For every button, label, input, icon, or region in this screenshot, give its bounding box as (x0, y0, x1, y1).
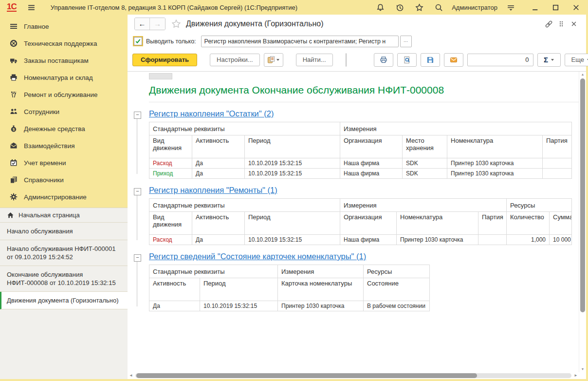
sidebar-item-flags[interactable]: Ремонт и обслуживание (0, 86, 128, 103)
sidebar-item-gear[interactable]: Администрирование (0, 189, 128, 206)
current-user[interactable]: Администратор (452, 4, 497, 11)
people-icon (10, 108, 18, 116)
favorites-star-icon[interactable] (413, 2, 425, 13)
print-button[interactable] (374, 53, 393, 67)
forward-button[interactable]: → (150, 18, 165, 30)
filter-label: Выводить только: (146, 38, 196, 45)
window-nav-row: ← → Движения документа (Горизонтально) (128, 15, 586, 33)
envelope-icon (10, 142, 18, 150)
calendar-icon (10, 159, 18, 167)
table-row: РасходДа10.10.2019 15:32:15Наша фирмаПри… (149, 235, 572, 245)
more-menu-icon[interactable] (555, 18, 568, 30)
column-header-cell: Активность (192, 212, 245, 235)
more-actions-button[interactable]: Еще (565, 54, 588, 66)
table-cell: 10.10.2019 15:32:15 (245, 158, 340, 169)
register-link[interactable]: Регистр накопления "Ремонты" (1) (149, 184, 571, 198)
send-email-button[interactable] (444, 53, 463, 67)
column-header-cell: Период (245, 212, 340, 235)
close-button[interactable] (570, 2, 582, 13)
sidebar-item-money-bag[interactable]: $Денежные средства (0, 120, 128, 137)
table-cell: 10.10.2019 15:32:15 (245, 169, 340, 179)
minimize-button[interactable] (529, 2, 541, 13)
sidebar-item-people[interactable]: Сотрудники (0, 103, 128, 120)
collapse-section-button[interactable]: − (134, 112, 141, 119)
1c-logo: 1С (7, 3, 17, 12)
money-bag-icon: $ (10, 125, 18, 133)
close-window-icon[interactable] (568, 18, 580, 30)
register-link[interactable]: Регистр сведений "Состояние карточек ном… (149, 250, 429, 265)
sidebar-item-truck[interactable]: Заказы поставщикам (0, 52, 128, 69)
window-title: Управление IT-отделом 8, редакция 3.1 КО… (51, 4, 297, 11)
autosum-button[interactable]: Σ (537, 53, 561, 67)
email-icon (450, 56, 458, 64)
column-header-cell: Партия (478, 212, 507, 235)
preview-button[interactable] (397, 53, 417, 67)
report-title-block: Движения документа Окончание обслуживани… (131, 80, 579, 102)
save-button[interactable] (421, 53, 440, 67)
scroll-down-arrow[interactable]: ▼ (579, 366, 586, 372)
menu-lines-icon (10, 22, 18, 31)
filter-checkbox[interactable] (134, 37, 142, 45)
sidebar: ГлавноеТехническая поддержкаЗаказы поста… (0, 15, 128, 379)
table-cell: Да (192, 235, 245, 245)
sidebar-item-menu-lines[interactable]: Главное (0, 18, 128, 35)
filter-choose-button[interactable]: ... (400, 36, 412, 47)
main-menu-icon[interactable] (25, 2, 38, 13)
notifications-bell-icon[interactable] (374, 2, 386, 13)
open-window-item-active[interactable]: Движения документа (Горизонтально) (0, 292, 128, 309)
favorite-star-icon[interactable] (171, 19, 181, 29)
horizontal-scrollbar[interactable]: ◄ ► (128, 372, 579, 379)
preview-icon (403, 56, 411, 64)
scroll-left-arrow[interactable]: ◄ (128, 372, 134, 379)
open-window-item[interactable]: Начало обслуживания НФИТ-000001 от 09.10… (0, 240, 128, 266)
app-window: 1С Управление IT-отделом 8, редакция 3.1… (0, 0, 588, 381)
filter-registers-input[interactable] (201, 36, 399, 47)
open-window-item[interactable]: Окончание обслуживания НФИТ-000008 от 10… (0, 266, 128, 292)
search-icon[interactable] (432, 2, 445, 13)
sidebar-item-label: Номенклатура и склад (24, 74, 93, 81)
truck-icon (10, 57, 18, 65)
scroll-up-arrow[interactable]: ▲ (579, 72, 586, 77)
register-link[interactable]: Регистр накопления "Остатки" (2) (149, 107, 571, 122)
service-menu-icon[interactable] (504, 2, 517, 13)
sidebar-item-books[interactable]: Справочники (0, 171, 128, 189)
vertical-scroll-thumb[interactable] (580, 78, 585, 312)
maximize-button[interactable] (549, 2, 562, 13)
settings-button[interactable]: Настройки... (210, 54, 260, 66)
horizontal-scroll-thumb[interactable] (136, 373, 477, 378)
scroll-right-arrow[interactable]: ► (572, 372, 579, 379)
column-header-cell: Номенклатура (397, 212, 478, 235)
find-button[interactable]: Найти... (296, 54, 333, 66)
printer-icon (10, 74, 18, 82)
column-header-cell: Сумма (550, 212, 572, 235)
sidebar-item-envelope[interactable]: Взаимодействия (0, 137, 128, 154)
column-header-cell: Вид движения (149, 135, 192, 158)
collapse-gutter: − (131, 184, 149, 245)
home-icon (7, 211, 14, 219)
history-icon[interactable] (393, 2, 406, 13)
group-header-cell: Измерения (340, 122, 572, 135)
collapse-gutter: − (131, 250, 149, 311)
sort-ascending-button[interactable] (346, 54, 347, 66)
sidebar-item-life-buoy[interactable]: Техническая поддержка (0, 35, 128, 52)
sidebar-item-label: Заказы поставщикам (24, 57, 89, 64)
save-icon (426, 56, 434, 64)
vertical-scrollbar[interactable]: ▲ ▼ (579, 72, 586, 372)
sum-value-field[interactable] (467, 54, 533, 66)
column-header-cell: Активность (149, 278, 200, 301)
home-page-item[interactable]: Начальная страница (0, 208, 128, 223)
get-link-icon[interactable] (542, 18, 555, 30)
generate-button[interactable]: Сформировать (132, 54, 197, 66)
sidebar-item-printer[interactable]: Номенклатура и склад (0, 69, 128, 86)
open-window-item[interactable]: Начало обслуживания (0, 223, 128, 240)
sidebar-item-calendar[interactable]: Учет времени (0, 154, 128, 171)
collapse-section-button[interactable]: − (134, 188, 141, 195)
collapse-section-button[interactable]: − (134, 254, 141, 262)
back-button[interactable]: ← (135, 18, 150, 30)
report-title: Движения документа Окончание обслуживани… (149, 80, 579, 102)
column-header-cell: Место хранения (403, 135, 447, 158)
report-canvas: Движения документа Окончание обслуживани… (128, 72, 579, 372)
report-variants-button[interactable] (264, 53, 283, 67)
report-section: −Регистр сведений "Состояние карточек но… (131, 250, 579, 311)
register-table: Стандартные реквизитыИзмеренияРесурсыАкт… (149, 265, 430, 311)
